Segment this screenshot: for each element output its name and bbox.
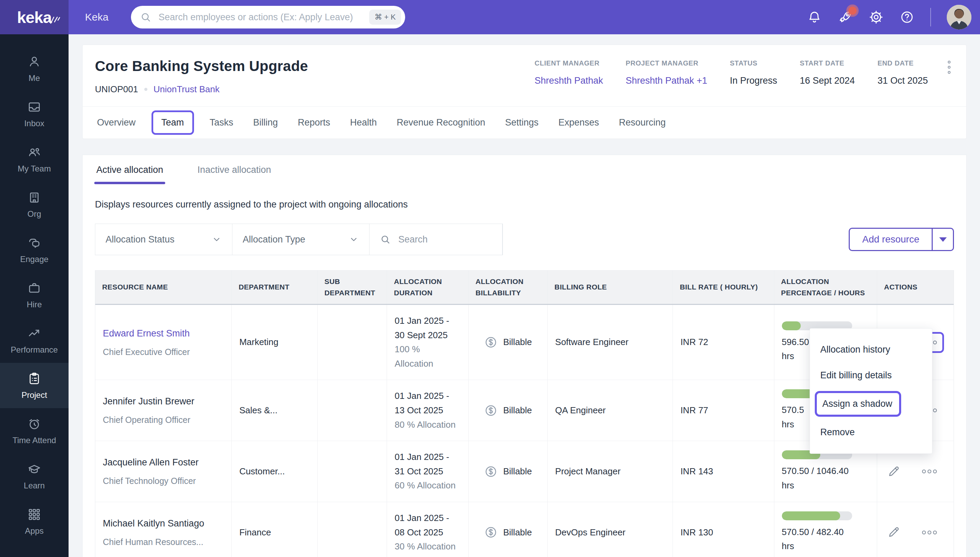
client-link[interactable]: UnionTrust Bank [154,84,220,94]
billability-cell: Billable [469,502,547,557]
edit-pencil-icon[interactable] [887,526,900,539]
notifications-bell-icon[interactable] [807,10,822,25]
tab-team[interactable]: Team [151,111,194,135]
allocation-status-filter[interactable]: Allocation Status [95,224,232,255]
bill-rate-cell: INR 143 [673,441,774,502]
project-header-top: Core Banking System Upgrade UNIOP001 Uni… [83,45,966,106]
sidebar-item-label: Performance [11,345,58,355]
sidebar-item-me[interactable]: Me [0,46,68,91]
allocation-type-filter[interactable]: Allocation Type [232,224,370,255]
resource-name-cell: Edward Ernest Smith Chief Executive Offi… [95,305,232,379]
tab-settings[interactable]: Settings [505,117,539,128]
tab-health[interactable]: Health [350,117,377,128]
sidebar-item-label: Project [21,390,47,400]
add-resource-dropdown-toggle[interactable] [932,229,953,250]
sidebar-item-apps[interactable]: Apps [0,499,68,544]
sidebar-item-time-attend[interactable]: Time Attend [0,408,68,453]
tab-resourcing[interactable]: Resourcing [619,117,666,128]
department-value: Customer... [239,464,285,479]
column-header-allocation-billability: ALLOCATION BILLABILITY [469,270,547,304]
global-search[interactable]: ⌘ + K [131,6,405,28]
department-value: Sales &... [239,403,277,418]
sidebar-item-label: Time Attend [12,436,56,445]
resource-name-cell: Jacqueline Allen Foster Chief Technology… [95,441,232,502]
chevron-down-icon [349,234,359,244]
column-header-sub-department: SUB DEPARTMENT [318,270,387,304]
tab-overview[interactable]: Overview [97,117,136,128]
sidebar-item-project[interactable]: Project [0,363,68,408]
allocation-percent-note: 100 %Allocation [394,342,433,371]
context-menu-item-edit-billing-details[interactable]: Edit billing details [810,363,932,388]
project-meta-item: START DATE 16 Sept 2024 [800,59,855,86]
resource-name-link[interactable]: Jacqueline Allen Foster [103,455,198,470]
global-search-input[interactable] [158,11,363,23]
dollar-circle-icon [484,526,498,539]
tab-tasks[interactable]: Tasks [210,117,234,128]
sidebar-item-inbox[interactable]: Inbox [0,91,68,137]
allocation-percent-note: 60 % Allocation [394,479,456,493]
row-actions-kebab[interactable] [915,522,944,543]
settings-gear-icon[interactable] [869,10,884,25]
sidebar-item-hire[interactable]: Hire [0,272,68,318]
add-resource-button[interactable]: Add resource [850,229,932,250]
department-value: Marketing [239,335,278,350]
dollar-circle-icon [484,404,498,417]
subtab-inactive-allocation[interactable]: Inactive allocation [198,164,271,184]
sidebar-item-icon [27,190,42,205]
resource-name-link[interactable]: Edward Ernest Smith [103,326,190,341]
help-icon[interactable] [899,10,915,25]
sidebar: Me Inbox My Team Org Engage Hire Perform… [0,34,68,557]
sidebar-item-learn[interactable]: Learn [0,453,68,499]
department-cell: Finance [232,502,317,557]
context-menu-item-remove[interactable]: Remove [810,419,932,445]
billing-role-value: Software Engineer [555,335,629,350]
bill-rate-cell: INR 130 [673,502,774,557]
tab-billing[interactable]: Billing [253,117,278,128]
sidebar-item-org[interactable]: Org [0,182,68,227]
sidebar-item-icon [27,235,42,250]
sidebar-item-engage[interactable]: Engage [0,227,68,272]
meta-value[interactable]: Shreshth Pathak [535,75,603,86]
bill-rate-cell: INR 72 [673,305,774,379]
subtab-active-allocation[interactable]: Active allocation [96,164,163,184]
row-actions-kebab[interactable] [915,461,944,482]
project-header-card: Core Banking System Upgrade UNIOP001 Uni… [82,45,967,139]
resource-name-link[interactable]: Jennifer Justin Brewer [103,394,194,409]
search-icon [140,11,151,23]
allocation-percent-note: 80 % Allocation [394,418,456,432]
context-menu-item-allocation-history[interactable]: Allocation history [810,337,932,363]
allocation-type-label: Allocation Type [243,234,305,245]
meta-value: 16 Sept 2024 [800,75,855,86]
tab-revenue-recognition[interactable]: Revenue Recognition [397,117,485,128]
table-search[interactable] [370,224,503,255]
resource-name-link[interactable]: Michael Kaitlyn Santiago [103,516,204,531]
context-menu-item-assign-a-shadow[interactable]: Assign a shadow [815,391,901,417]
sidebar-item-my-team[interactable]: My Team [0,137,68,182]
sidebar-item-icon [27,54,42,69]
allocation-progress-bar [782,511,852,520]
allocation-duration-cell: 01 Jan 2025 -30 Sept 2025 100 %Allocatio… [387,305,469,379]
actions-cell [877,502,954,557]
dot-separator [144,88,148,91]
sidebar-item-performance[interactable]: Performance [0,318,68,363]
edit-pencil-icon[interactable] [887,465,900,479]
whats-new-rocket-icon[interactable] [838,10,853,25]
sidebar-item-label: Engage [20,254,49,264]
sub-department-cell [318,305,387,379]
tab-expenses[interactable]: Expenses [558,117,599,128]
keka-logo[interactable]: keka [0,0,68,34]
billability-value: Billable [503,335,532,350]
project-options-kebab[interactable] [946,59,952,75]
meta-value[interactable]: Shreshth Pathak +1 [626,75,707,86]
table-search-input[interactable] [398,234,487,245]
resource-job-title: Chief Executive Officer [103,345,190,359]
tab-reports[interactable]: Reports [298,117,331,128]
user-avatar[interactable] [947,5,972,29]
billing-role-cell: Project Manager [548,441,673,502]
sidebar-item-label: Org [28,209,41,219]
column-header-allocation-duration: ALLOCATION DURATION [387,270,469,304]
ellipsis-icon [922,469,937,473]
allocation-duration-cell: 01 Jan 2025 -08 Oct 2025 30 % Allocation [387,502,469,557]
allocation-status-label: Allocation Status [105,234,174,245]
meta-label: CLIENT MANAGER [535,59,603,67]
